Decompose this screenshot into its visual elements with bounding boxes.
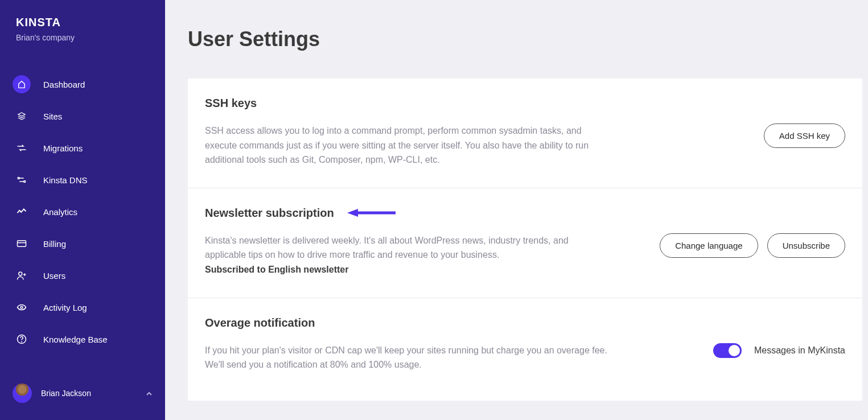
chevron-up-icon (146, 388, 153, 398)
newsletter-section: Newsletter subscription Kinsta's newslet… (188, 188, 862, 298)
help-icon (13, 330, 31, 348)
sidebar-item-label: Analytics (43, 207, 77, 217)
ssh-keys-section: SSH keys SSH access allows you to log in… (188, 79, 862, 188)
svg-point-6 (20, 306, 23, 308)
newsletter-description-block: Kinsta's newsletter is delivered weekly.… (205, 233, 569, 277)
main-content: User Settings SSH keys SSH access allows… (165, 0, 868, 420)
layers-icon (13, 107, 31, 125)
company-name[interactable]: Brian's company (0, 33, 165, 42)
home-icon (13, 75, 31, 93)
messages-toggle[interactable] (713, 343, 742, 358)
migrate-icon (13, 139, 31, 157)
user-add-icon (13, 266, 31, 285)
eye-icon (13, 298, 31, 316)
analytics-icon (13, 203, 31, 221)
creditcard-icon (13, 234, 31, 253)
change-language-button[interactable]: Change language (660, 233, 758, 258)
sidebar-item-users[interactable]: Users (0, 260, 165, 291)
sidebar-item-label: Users (43, 271, 65, 281)
overage-description: If you hit your plan's visitor or CDN ca… (205, 343, 609, 372)
svg-text:KINSTA: KINSTA (16, 16, 61, 28)
sidebar-item-label: Dashboard (43, 80, 85, 89)
unsubscribe-button[interactable]: Unsubscribe (767, 233, 845, 258)
sidebar-item-analytics[interactable]: Analytics (0, 196, 165, 228)
sidebar-item-label: Sites (43, 112, 62, 121)
add-ssh-key-button[interactable]: Add SSH key (764, 123, 845, 148)
user-name: Brian Jackson (41, 389, 137, 398)
sidebar-item-sites[interactable]: Sites (0, 100, 165, 132)
svg-point-1 (18, 178, 19, 179)
sidebar: KINSTA Brian's company Dashboard Sites M… (0, 0, 165, 420)
svg-point-8 (22, 341, 22, 342)
sidebar-item-label: Activity Log (43, 303, 87, 312)
sidebar-item-billing[interactable]: Billing (0, 228, 165, 260)
arrow-left-annotation-icon (345, 208, 397, 218)
sidebar-item-knowledge-base[interactable]: Knowledge Base (0, 323, 165, 355)
svg-point-5 (19, 272, 22, 275)
avatar (13, 384, 32, 403)
sidebar-item-label: Knowledge Base (43, 335, 108, 344)
svg-point-2 (24, 181, 26, 183)
dns-icon (13, 171, 31, 189)
svg-rect-3 (18, 241, 26, 247)
ssh-title: SSH keys (205, 97, 257, 110)
overage-title: Overage notification (205, 316, 315, 330)
brand-logo[interactable]: KINSTA (0, 16, 165, 33)
newsletter-status: Subscribed to English newsletter (205, 265, 349, 274)
overage-toggle-row: Messages in MyKinsta (713, 343, 845, 358)
sidebar-item-dashboard[interactable]: Dashboard (0, 68, 165, 100)
newsletter-description: Kinsta's newsletter is delivered weekly.… (205, 236, 569, 260)
sidebar-item-label: Kinsta DNS (43, 175, 88, 185)
sidebar-item-dns[interactable]: Kinsta DNS (0, 164, 165, 196)
ssh-description: SSH access allows you to log into a comm… (205, 123, 615, 167)
user-menu[interactable]: Brian Jackson (0, 377, 165, 410)
svg-marker-10 (347, 209, 358, 217)
sidebar-item-activity-log[interactable]: Activity Log (0, 291, 165, 323)
page-title: User Settings (188, 27, 868, 51)
newsletter-title: Newsletter subscription (205, 207, 334, 220)
sidebar-item-label: Migrations (43, 143, 83, 153)
messages-toggle-label: Messages in MyKinsta (754, 345, 845, 356)
overage-section: Overage notification If you hit your pla… (188, 298, 862, 401)
sidebar-item-migrations[interactable]: Migrations (0, 132, 165, 164)
sidebar-nav: Dashboard Sites Migrations Kinsta DNS An… (0, 68, 165, 355)
sidebar-item-label: Billing (43, 239, 66, 249)
